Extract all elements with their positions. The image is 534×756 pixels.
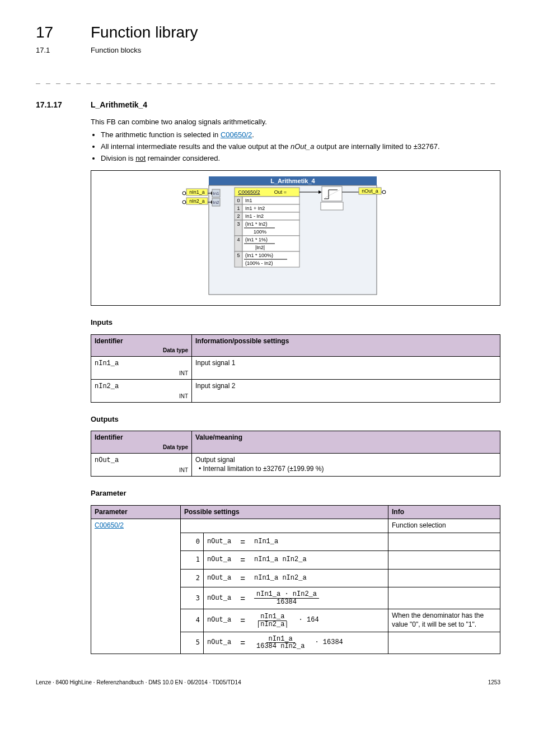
param-lhs: nOut_a: [207, 638, 231, 647]
param-info: When the denominator has the value "0", …: [388, 609, 500, 632]
footer-left: Lenze · 8400 HighLine · Referenzhandbuch…: [36, 679, 241, 686]
bullet-3-pre: Division is: [101, 154, 135, 162]
param-heading: Parameter: [91, 489, 500, 498]
section-title: L_Arithmetik_4: [91, 100, 147, 110]
param-lhs: nOut_a: [207, 538, 231, 547]
diagram-in2: In2: [213, 200, 219, 205]
subchapter-number: 17.1: [36, 46, 91, 55]
param-frac-num: nIn1_a: [258, 613, 287, 621]
param-mult: · 16384: [315, 638, 343, 647]
bullet-3-post: remainder considered.: [146, 154, 220, 162]
svg-text:0: 0: [237, 198, 240, 203]
block-diagram: L_Arithmetik_4 nIn1_a In1 nIn2_a In2 C00…: [91, 170, 500, 306]
output-line1: Output signal: [195, 456, 496, 465]
equals-icon: =: [239, 615, 246, 626]
input-id: nIn2_a: [95, 382, 119, 390]
param-idx: 1: [181, 551, 204, 570]
svg-text:(In1 * In2): (In1 * In2): [245, 221, 268, 227]
param-rhs: nIn1_a nIn2_a: [254, 574, 307, 583]
svg-text:3: 3: [237, 221, 240, 227]
param-info: [388, 533, 500, 551]
input-info: Input signal 1: [192, 357, 500, 380]
param-col2: Possible settings: [181, 505, 388, 519]
table-row: nIn1_a INT Input signal 1: [91, 357, 500, 380]
param-table: Parameter Possible settings Info C00650/…: [91, 505, 500, 654]
table-row: nIn2_a INT Input signal 2: [91, 380, 500, 403]
param-info: [388, 569, 500, 587]
param-lhs: nOut_a: [207, 556, 231, 564]
output-line2: • Internal limitation to ±32767 (±199.99…: [195, 465, 496, 474]
bullet-1-pre: The arithmetic function is selected in: [101, 130, 221, 139]
inputs-col2: Information/possible settings: [192, 334, 500, 357]
output-dtype: INT: [95, 466, 188, 474]
param-info: [388, 551, 500, 570]
param-idx: 5: [181, 632, 204, 654]
output-id: nOut_a: [95, 456, 119, 464]
diagram-nin2: nIn2_a: [189, 198, 205, 204]
param-frac-den: 16384: [274, 599, 299, 606]
param-lhs: nOut_a: [207, 574, 231, 583]
bullet-3: Division is not remainder considered.: [101, 154, 500, 164]
param-col1: Parameter: [91, 505, 181, 519]
bullet-2-post: output are internally limited to ±32767.: [315, 142, 440, 151]
input-dtype: INT: [95, 393, 188, 400]
bullet-1: The arithmetic function is selected in C…: [101, 130, 500, 140]
section-number: 17.1.17: [36, 100, 91, 110]
footer-page: 1253: [488, 679, 500, 686]
input-dtype: INT: [95, 370, 188, 377]
input-id: nIn1_a: [95, 360, 119, 367]
param-frac-num: nIn1_a · nIn2_a: [254, 591, 319, 599]
separator-rule: _ _ _ _ _ _ _ _ _ _ _ _ _ _ _ _ _ _ _ _ …: [36, 76, 500, 85]
param-link[interactable]: C00650/2: [95, 521, 124, 529]
svg-text:(In1 * 100%): (In1 * 100%): [245, 253, 273, 258]
param-frac-num: nIn1_a: [266, 636, 295, 643]
input-info: Input signal 2: [192, 380, 500, 403]
param-rhs: nIn1_a nIn2_a: [254, 556, 307, 564]
svg-text:In1 - In2: In1 - In2: [245, 213, 264, 219]
outputs-table: Identifier Data type Value/meaning nOut_…: [91, 431, 500, 476]
chapter-number: 17: [36, 22, 91, 43]
svg-text:2: 2: [237, 213, 240, 219]
param-info: [388, 587, 500, 609]
bullet-2: All internal intermediate results and th…: [101, 142, 500, 152]
section-intro: This FB can combine two analog signals a…: [91, 118, 500, 127]
svg-text:5: 5: [237, 253, 240, 258]
param-lhs: nOut_a: [207, 594, 231, 603]
svg-text:In1 + In2: In1 + In2: [245, 206, 265, 211]
inputs-col1-sub: Data type: [95, 347, 188, 354]
svg-text:100%: 100%: [254, 229, 266, 235]
bullet-2-ital: nOut_a: [291, 142, 315, 151]
bullet-1-link[interactable]: C00650/2: [221, 130, 252, 139]
param-info-top: Function selection: [388, 519, 500, 533]
diagram-nin1: nIn1_a: [189, 189, 205, 195]
diagram-in1: In1: [213, 191, 219, 196]
param-idx: 2: [181, 569, 204, 587]
svg-text:1: 1: [237, 206, 240, 211]
svg-text:|In2|: |In2|: [255, 245, 265, 250]
subchapter-title: Function blocks: [91, 46, 141, 55]
table-row: C00650/2 Function selection: [91, 519, 500, 533]
param-rhs: nIn1_a: [254, 538, 278, 547]
equals-icon: =: [239, 593, 246, 604]
param-idx: 0: [181, 533, 204, 551]
diagram-title: L_Arithmetik_4: [270, 178, 315, 184]
svg-text:(In1 * 1%): (In1 * 1%): [245, 237, 268, 242]
outputs-heading: Outputs: [91, 415, 500, 424]
bullet-3-under: not: [135, 154, 146, 162]
outputs-col2: Value/meaning: [192, 431, 500, 454]
param-idx: 3: [181, 587, 204, 609]
param-idx: 4: [181, 609, 204, 632]
outputs-col1: Identifier: [95, 433, 123, 441]
inputs-heading: Inputs: [91, 318, 500, 328]
equals-icon: =: [239, 554, 246, 566]
inputs-table: Identifier Data type Information/possibl…: [91, 334, 500, 403]
param-frac-den: |nIn2_a|: [254, 621, 291, 628]
param-col3: Info: [388, 505, 500, 519]
bullet-2-pre: All internal intermediate results and th…: [101, 142, 291, 151]
inputs-col1: Identifier: [95, 337, 123, 345]
param-lhs: nOut_a: [207, 616, 231, 625]
svg-text:In1: In1: [245, 198, 252, 203]
equals-icon: =: [239, 637, 246, 648]
svg-point-51: [382, 190, 386, 194]
svg-rect-47: [321, 202, 343, 210]
